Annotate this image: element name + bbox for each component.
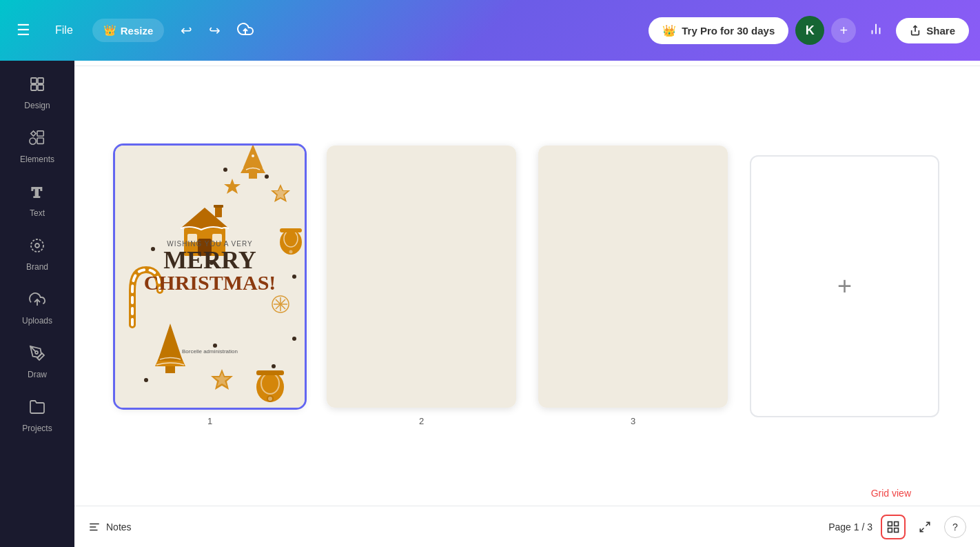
page-3-wrapper: 3 <box>538 146 728 426</box>
svg-point-52 <box>265 175 269 179</box>
svg-rect-43 <box>165 366 175 373</box>
svg-rect-34 <box>214 205 223 208</box>
add-page-button[interactable]: + <box>750 155 939 417</box>
undo-button[interactable]: ↩ <box>175 17 198 44</box>
file-button[interactable]: File <box>47 19 81 42</box>
uploads-icon <box>29 291 45 312</box>
svg-rect-8 <box>38 85 43 90</box>
stats-button[interactable] <box>863 16 889 46</box>
text-icon: T <box>29 183 45 204</box>
try-pro-button[interactable]: 👑 Try Pro for 30 days <box>649 17 788 44</box>
christmas-card-content: WISHING YOU A VERY MERRY CHRISTMAS! Borc… <box>115 146 305 408</box>
blank-page-2 <box>327 146 516 408</box>
svg-point-57 <box>272 364 276 368</box>
svg-rect-67 <box>895 528 899 532</box>
header: ☰ File 👑 Resize ↩ ↪ 👑 Try Pro for 30 day… <box>0 0 980 61</box>
sidebar-item-draw[interactable]: Draw <box>0 335 74 389</box>
svg-rect-64 <box>888 521 892 526</box>
plus-icon: + <box>837 272 852 301</box>
svg-rect-19 <box>249 173 257 179</box>
user-avatar-button[interactable]: K <box>795 16 824 45</box>
brand-icon <box>29 237 45 258</box>
svg-rect-25 <box>280 228 302 232</box>
svg-rect-65 <box>895 521 899 526</box>
borcelle-text: Borcelle administration <box>144 348 276 355</box>
menu-button[interactable]: ☰ <box>11 16 36 45</box>
crown-icon: 👑 <box>662 24 676 37</box>
blank-page-3 <box>538 146 728 408</box>
sidebar-item-uploads[interactable]: Uploads <box>0 281 74 335</box>
sidebar-item-design[interactable]: Design <box>0 66 74 120</box>
top-rule <box>74 61 980 66</box>
design-icon <box>29 76 45 97</box>
page-1-number: 1 <box>207 416 212 426</box>
svg-rect-9 <box>37 131 43 136</box>
svg-point-20 <box>252 155 254 157</box>
sidebar-item-label: Draw <box>28 370 47 379</box>
page-2-card[interactable] <box>327 146 516 408</box>
add-collaborator-button[interactable]: + <box>831 18 856 43</box>
page-info: Page 1 / 3 <box>828 521 872 533</box>
sidebar-item-label: Elements <box>20 155 54 164</box>
svg-rect-66 <box>888 528 892 532</box>
draw-icon <box>29 345 45 366</box>
bottom-bar: Notes Page 1 / 3 <box>74 506 980 547</box>
canvas-area: WISHING YOU A VERY MERRY CHRISTMAS! Borc… <box>74 61 980 547</box>
svg-point-14 <box>31 239 43 252</box>
svg-text:T: T <box>32 183 42 200</box>
page-2-number: 2 <box>419 416 424 426</box>
help-button[interactable]: ? <box>944 516 966 538</box>
cloud-save-button[interactable] <box>232 15 259 46</box>
svg-rect-33 <box>215 206 222 217</box>
header-left: ☰ File 👑 Resize ↩ ↪ <box>11 15 259 46</box>
christmas-text: CHRISTMAS! <box>144 272 276 293</box>
svg-point-27 <box>289 250 293 254</box>
svg-point-10 <box>30 138 36 144</box>
sidebar-item-label: Uploads <box>22 316 52 326</box>
sidebar-item-projects[interactable]: Projects <box>0 389 74 443</box>
sidebar-item-elements[interactable]: Elements <box>0 120 74 174</box>
expand-icon <box>919 521 931 533</box>
page-3-card[interactable] <box>538 146 728 408</box>
svg-marker-35 <box>224 179 241 194</box>
grid-icon <box>886 520 900 534</box>
svg-point-55 <box>292 337 296 341</box>
svg-rect-7 <box>31 85 37 90</box>
svg-point-13 <box>35 243 39 248</box>
svg-point-16 <box>35 351 38 354</box>
card-text: WISHING YOU A VERY MERRY CHRISTMAS! Borc… <box>144 240 276 355</box>
sidebar-item-label: Design <box>24 101 50 110</box>
grid-view-label: Grid view <box>871 488 911 499</box>
svg-point-50 <box>268 397 272 401</box>
sidebar: Design Elements T Text <box>0 61 74 547</box>
svg-point-60 <box>144 378 148 382</box>
main-layout: Design Elements T Text <box>0 61 980 547</box>
svg-line-69 <box>920 528 923 531</box>
page-2-wrapper: 2 <box>327 146 516 426</box>
svg-rect-48 <box>256 370 284 375</box>
merry-text: MERRY <box>144 248 276 272</box>
svg-rect-11 <box>37 138 43 143</box>
grid-view-button[interactable] <box>881 515 906 539</box>
header-actions: ↩ ↪ <box>175 15 259 46</box>
crown-icon: 👑 <box>103 24 116 37</box>
expand-button[interactable] <box>914 516 936 538</box>
page-3-number: 3 <box>631 416 635 426</box>
elements-icon <box>28 130 46 150</box>
add-page-wrapper: + <box>750 155 939 417</box>
resize-button[interactable]: 👑 Resize <box>92 19 165 42</box>
projects-icon <box>29 399 45 419</box>
svg-rect-6 <box>38 78 43 83</box>
svg-rect-5 <box>31 78 37 83</box>
bottom-right-controls: Page 1 / 3 <box>828 515 966 539</box>
sidebar-item-label: Projects <box>22 424 52 433</box>
svg-line-68 <box>926 522 930 526</box>
sidebar-item-brand[interactable]: Brand <box>0 228 74 281</box>
share-button[interactable]: Share <box>896 18 969 43</box>
pages-container: WISHING YOU A VERY MERRY CHRISTMAS! Borc… <box>74 66 980 506</box>
sidebar-item-text[interactable]: T Text <box>0 174 74 228</box>
page-1-card[interactable]: WISHING YOU A VERY MERRY CHRISTMAS! Borc… <box>115 146 305 408</box>
redo-button[interactable]: ↪ <box>203 17 226 44</box>
notes-button[interactable]: Notes <box>88 521 132 533</box>
sidebar-item-label: Brand <box>26 262 48 272</box>
